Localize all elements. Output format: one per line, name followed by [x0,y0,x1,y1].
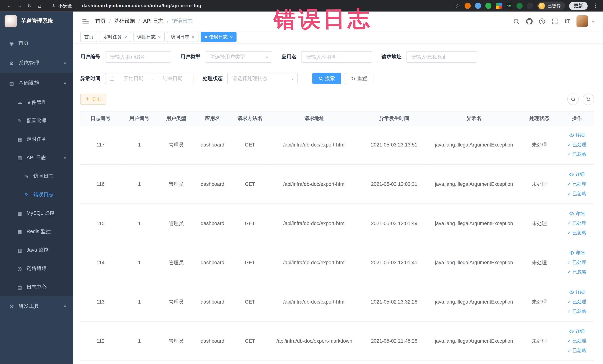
extension-icon-5[interactable]: on [506,3,512,9]
sidebar-item-infra[interactable]: ▤基础设施∧ [0,73,73,93]
action-ignored-link[interactable]: ✓已忽略 [561,346,593,355]
tab-job[interactable]: 定时任务× [100,32,131,42]
action-detail-link[interactable]: 详细 [561,209,593,219]
sidebar-item-redis[interactable]: ▩Redis 监控 [0,222,73,241]
exception-time-range-picker[interactable]: 开始日期 - 结束日期 [105,73,193,84]
extension-icon-1[interactable] [464,3,471,9]
hamburger-icon[interactable] [82,19,89,23]
breadcrumb-item-3[interactable]: API 日志 [143,18,163,24]
mysql-monitor-icon: ▨ [16,210,23,216]
action-processed-link[interactable]: ✓已处理 [561,179,593,189]
back-icon[interactable]: ← [5,3,15,9]
close-icon[interactable]: × [158,35,161,39]
action-processed-link[interactable]: ✓已处理 [561,336,593,346]
action-processed-link[interactable]: ✓已处理 [561,218,593,228]
search-button[interactable]: 搜索 [312,73,341,84]
sidebar-item-job[interactable]: ▦定时任务 [0,130,73,149]
github-icon[interactable] [526,18,533,24]
chrome-update-button[interactable]: 更新 [569,2,588,10]
action-processed-link[interactable]: ✓已处理 [561,297,593,307]
check-icon: ✓ [568,336,571,346]
start-date-placeholder: 开始日期 [117,75,150,82]
forward-icon[interactable]: → [15,3,25,9]
sidebar-menu: ◉首页⚙系统管理∨▤基础设施∧☁文件管理✎配置管理▦定时任务▧API 日志∧✎访… [0,31,73,316]
action-ignored-link[interactable]: ✓已忽略 [561,267,593,277]
action-label: 详细 [576,287,585,297]
tab-home[interactable]: 首页 [81,32,97,42]
check-icon: ✓ [568,150,571,159]
filter-row-1: 用户编号 用户类型 请选择用户类型 ∨ 应用名 请求地址 [81,51,594,63]
font-size-icon[interactable]: tT [565,18,570,24]
avatar-caret-down-icon[interactable]: ∨ [591,20,595,23]
process-status-select[interactable]: 请选择处理状态 ∨ [227,73,298,84]
action-detail-link[interactable]: 详细 [561,287,593,297]
reload-icon[interactable]: ↻ [25,3,35,9]
extension-icons: on [464,3,533,9]
url-text[interactable]: dashboard.yudao.iocoder.cn/infra/log/api… [82,3,201,9]
toggle-search-button[interactable] [567,94,579,105]
action-detail-link[interactable]: 详细 [561,248,593,258]
breadcrumb-item-2[interactable]: 基础设施 [114,18,135,24]
bookmark-star-icon[interactable]: ☆ [455,2,460,9]
close-icon[interactable]: × [192,35,195,39]
breadcrumb-item-1[interactable]: 首页 [95,18,106,24]
user-id-input[interactable] [105,51,171,63]
security-warning-icon[interactable]: ⚠ [52,3,55,8]
sidebar-item-config[interactable]: ✎配置管理 [0,112,73,130]
extension-icon-6[interactable] [516,3,522,9]
sidebar-item-system[interactable]: ⚙系统管理∨ [0,53,73,73]
cell-user-type: 管理员 [158,204,194,243]
sidebar-item-mysql[interactable]: ▨MySQL 监控 [0,204,73,223]
action-ignored-link[interactable]: ✓已忽略 [561,306,593,316]
profile-paused-badge[interactable]: 已暂停 [537,1,565,10]
close-icon[interactable]: × [230,35,233,39]
action-detail-link[interactable]: 详细 [561,327,593,336]
browser-menu-icon[interactable]: ⋮ [593,2,598,9]
action-ignored-link[interactable]: ✓已忽略 [561,228,593,238]
refresh-table-button[interactable]: ↻ [583,94,594,105]
app-name-input[interactable] [301,51,372,63]
sidebar-item-home[interactable]: ◉首页 [0,33,73,53]
action-detail-link[interactable]: 详细 [561,130,593,140]
sidebar-item-api-log[interactable]: ▧API 日志∧ [0,149,73,167]
cell-log-id: 115 [81,204,121,243]
action-ignored-link[interactable]: ✓已忽略 [561,189,593,199]
reset-button[interactable]: ↻ 重置 [345,73,373,84]
sidebar-item-tracing[interactable]: ◎链路追踪 [0,259,73,278]
home-icon[interactable]: ⌂ [35,3,45,9]
action-label: 已忽略 [572,267,586,277]
sidebar-item-java[interactable]: ▥Java 监控 [0,241,73,259]
sidebar-item-error-log[interactable]: ✎错误日志 [0,186,73,204]
cell-user-type: 管理员 [158,321,194,361]
action-ignored-link[interactable]: ✓已忽略 [561,150,593,159]
check-icon: ✓ [568,228,571,238]
user-type-select[interactable]: 请选择用户类型 ∨ [205,51,272,63]
sidebar-item-file[interactable]: ☁文件管理 [0,93,73,112]
fullscreen-icon[interactable] [552,18,558,24]
address-bar[interactable]: ⚠ 不安全 dashboard.yudao.iocoder.cn/infra/l… [52,2,201,9]
sidebar-item-log-center[interactable]: ▤日志中心 [0,278,73,296]
tab-job-log[interactable]: 调度日志× [133,32,165,42]
cell-actions: 详细✓已处理✓已忽略 [560,204,594,243]
close-icon[interactable]: × [124,35,127,39]
security-warning-label[interactable]: 不安全 [58,2,72,9]
action-processed-link[interactable]: ✓已处理 [561,140,593,150]
tab-access-log[interactable]: 访问日志× [167,32,198,42]
action-detail-link[interactable]: 详细 [561,170,593,179]
extension-icon-2[interactable] [475,3,481,9]
extension-icon-4[interactable] [496,3,502,9]
tab-error-log[interactable]: 错误日志× [201,32,237,42]
export-button[interactable]: 导出 [81,94,106,105]
help-icon[interactable]: ? [539,18,545,24]
breadcrumb-separator: / [167,18,168,24]
request-url-input[interactable] [406,51,477,63]
extension-icon-3[interactable] [485,3,491,9]
sidebar-item-devtools[interactable]: ⚒研发工具∨ [0,296,73,316]
app-logo[interactable]: 芋道管理系统 [0,12,73,31]
search-icon[interactable] [513,18,520,24]
sidebar-item-access-log[interactable]: ✎访问日志 [0,167,73,186]
cell-app-name: dashboard [194,282,231,322]
extension-icon-7[interactable] [527,3,533,9]
action-processed-link[interactable]: ✓已处理 [561,258,593,267]
user-avatar[interactable] [576,15,588,27]
